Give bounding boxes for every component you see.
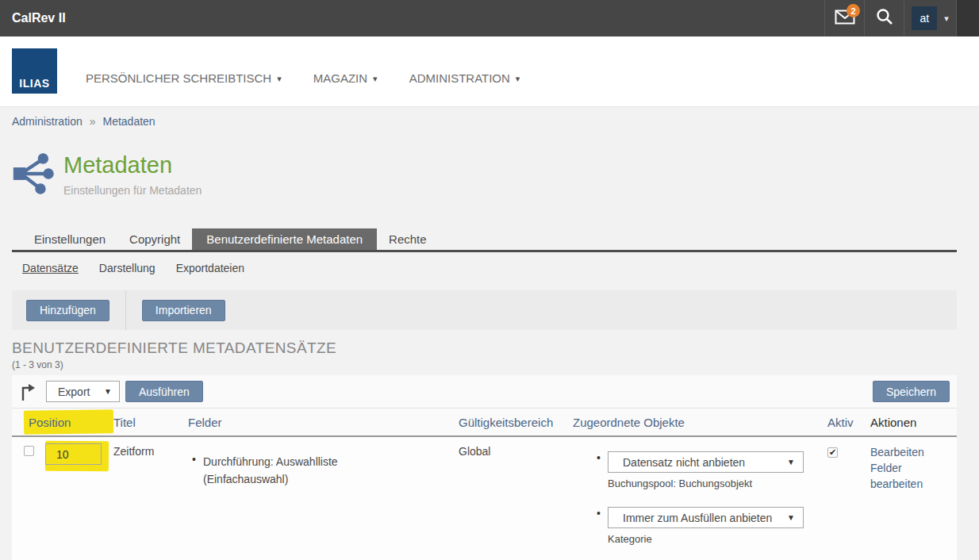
breadcrumb-metadaten[interactable]: Metadaten [103,115,155,128]
breadcrumb-separator: » [90,115,96,128]
object-caption: Buchungspool: Buchungsobjekt [608,478,804,489]
app-title: CalRev II [12,0,66,36]
save-button[interactable]: Speichern [873,381,950,402]
select-caret-icon: ▼ [787,513,795,522]
select-caret-icon: ▼ [787,458,795,466]
topbar: CalRev II 2 at ▾ [0,0,979,36]
column-header-aktiv[interactable]: Aktiv [827,416,870,429]
column-header-felder[interactable]: Felder [188,416,459,429]
action-toolbar: Hinzufügen Importieren [12,290,957,330]
import-button[interactable]: Importieren [142,300,225,321]
bulk-action-select[interactable]: Export ▼ [46,381,120,402]
toolbar-divider [125,290,126,330]
execute-button[interactable]: Ausführen [125,381,203,402]
object-select-kategorie[interactable]: Immer zum Ausfüllen anbieten ▼ [608,507,804,528]
section-title: BENUTZERDEFINIERTE METADATENSÄTZE [12,339,957,357]
user-avatar: at [912,6,937,30]
menu-item-administration[interactable]: ADMINISTRATION ▾ [409,71,520,85]
column-header-zugeordnete-objekte[interactable]: Zugeordnete Objekte [573,416,827,429]
object-select-buchungspool[interactable]: Datensatz nicht anbieten ▼ [608,451,804,473]
cell-titel: Zeitform [113,443,188,560]
chevron-down-icon: ▾ [373,74,378,84]
topbar-actions: 2 at ▾ [824,0,979,36]
page-title-block: Metadaten Einstellungen für Metadaten [12,152,957,197]
aktiv-checkbox[interactable]: ✔ [827,447,838,458]
table-toolbar: Export ▼ Ausführen Speichern [12,375,957,408]
content-area: Administration » Metadaten [0,107,979,560]
ilias-logo[interactable]: ILIAS [12,48,57,94]
subtab-darstellung[interactable]: Darstellung [99,262,155,274]
add-button[interactable]: Hinzufügen [26,300,109,321]
action-felder-bearbeiten-link[interactable]: Felder bearbeiten [870,460,942,492]
tab-bar: Einstellungen Copyright Benutzerdefinier… [12,228,957,252]
cell-gueltigkeitsbereich: Global [459,443,573,560]
tab-benutzerdefinierte-metadaten[interactable]: Benutzerdefinierte Metadaten [192,228,377,250]
bullet-icon: • [597,507,608,545]
bulk-action-arrow-icon [20,382,36,401]
search-button[interactable] [864,0,904,36]
metadata-table: Export ▼ Ausführen Speichern Position Ti… [12,375,957,560]
tab-rechte[interactable]: Rechte [377,228,439,250]
tab-copyright[interactable]: Copyright [117,228,192,250]
cell-zugeordnete-objekte: • Datensatz nicht anbieten ▼ Buchungspoo… [573,443,827,560]
column-header-titel[interactable]: Titel [113,416,188,429]
subtab-exportdateien[interactable]: Exportdateien [176,262,244,274]
row-checkbox[interactable] [24,446,34,456]
subtab-bar: Datensätze Darstellung Exportdateien [12,262,957,274]
table-row: Zeitform • Durchführung: Auswahlliste (E… [12,437,957,560]
page-subtitle: Einstellungen für Metadaten [63,184,202,197]
bullet-icon: • [192,453,203,488]
mail-badge: 2 [847,4,860,17]
column-header-aktionen: Aktionen [870,416,957,429]
position-input[interactable] [45,443,102,465]
menu-item-magazin[interactable]: MAGAZIN ▾ [313,71,378,85]
column-header-position[interactable]: Position [29,416,113,429]
main-header: ILIAS PERSÖNLICHER SCHREIBTISCH ▾ MAGAZI… [0,36,979,107]
section-count: (1 - 3 von 3) [12,359,957,370]
user-menu[interactable]: at ▾ [904,0,956,36]
tab-einstellungen[interactable]: Einstellungen [22,228,117,250]
chevron-down-icon: ▾ [944,13,949,24]
column-header-gueltigkeitsbereich[interactable]: Gültigkeitsbereich [459,416,573,429]
action-bearbeiten-link[interactable]: Bearbeiten [870,444,942,460]
metadata-icon [12,152,55,196]
menu-item-personal-desktop[interactable]: PERSÖNLICHER SCHREIBTISCH ▾ [86,71,282,85]
cell-aktionen: Bearbeiten Felder bearbeiten [870,443,942,560]
table-header-row: Position Titel Felder Gültigkeitsbereich… [12,408,957,437]
chevron-down-icon: ▾ [277,74,282,84]
page-title: Metadaten [63,152,202,178]
breadcrumb: Administration » Metadaten [12,107,957,128]
bullet-icon: • [597,451,608,489]
breadcrumb-administration[interactable]: Administration [12,115,83,128]
mail-button[interactable]: 2 [824,0,864,36]
cell-felder: • Durchführung: Auswahlliste (Einfachaus… [188,443,459,560]
check-icon: ✔ [829,447,836,458]
page: CalRev II 2 at ▾ ILIAS PE [0,0,979,560]
object-caption: Kategorie [608,533,804,545]
select-caret-icon: ▼ [104,387,112,396]
main-menu: PERSÖNLICHER SCHREIBTISCH ▾ MAGAZIN ▾ AD… [86,71,520,85]
subtab-datensaetze[interactable]: Datensätze [22,262,79,274]
topbar-end-block [956,0,979,36]
section-head: BENUTZERDEFINIERTE METADATENSÄTZE (1 - 3… [12,339,957,370]
chevron-down-icon: ▾ [516,74,520,84]
search-icon [876,8,893,29]
